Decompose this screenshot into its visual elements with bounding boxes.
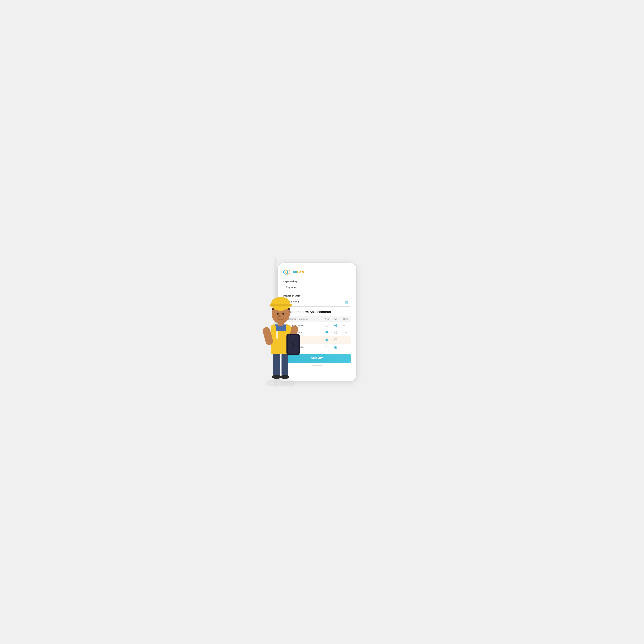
svg-point-11 [280, 375, 289, 379]
radio-yes[interactable] [325, 339, 328, 342]
svg-point-34 [292, 343, 294, 345]
row3-remark [340, 336, 351, 344]
col-remark: Rem [340, 316, 351, 322]
svg-rect-9 [282, 352, 288, 377]
radio-no[interactable] [334, 338, 337, 341]
radio-no-selected[interactable] [325, 324, 328, 327]
svg-point-2 [289, 270, 290, 271]
row2-no[interactable] [332, 329, 340, 336]
svg-point-24 [278, 315, 281, 317]
row1-no[interactable] [332, 322, 340, 329]
col-no: No [332, 316, 340, 322]
worker-figure [254, 281, 307, 386]
svg-point-10 [272, 375, 281, 379]
row4-yes[interactable] [322, 344, 332, 351]
scene: allGeo Inspected By Raymond Inspection D… [258, 258, 386, 386]
row2-yes[interactable] [322, 329, 332, 336]
col-yes: Yes [322, 316, 332, 322]
row3-yes[interactable] [322, 336, 332, 344]
allgeo-logo-icon [283, 269, 292, 275]
row4-remark [340, 344, 351, 351]
svg-rect-6 [347, 302, 348, 303]
row1-remark: All Ch [340, 322, 351, 329]
svg-rect-4 [346, 302, 346, 303]
calendar-icon [345, 300, 348, 304]
row1-yes[interactable] [322, 322, 332, 329]
svg-point-7 [266, 378, 296, 386]
row2-remark: Oke [340, 329, 351, 336]
svg-rect-8 [273, 352, 280, 377]
radio-yes-selected[interactable] [334, 324, 337, 327]
logo-area: allGeo [283, 269, 351, 275]
svg-point-30 [269, 304, 292, 306]
phone-home-bar [312, 365, 322, 366]
row3-no[interactable] [332, 336, 340, 344]
radio-yes[interactable] [334, 346, 337, 349]
row4-no[interactable] [332, 344, 340, 351]
radio-no[interactable] [334, 331, 337, 334]
logo-text: allGeo [293, 270, 304, 274]
svg-point-26 [282, 313, 284, 315]
svg-point-25 [277, 313, 279, 315]
svg-rect-5 [346, 302, 347, 303]
radio-no[interactable] [325, 345, 328, 348]
radio-yes[interactable] [325, 331, 328, 334]
